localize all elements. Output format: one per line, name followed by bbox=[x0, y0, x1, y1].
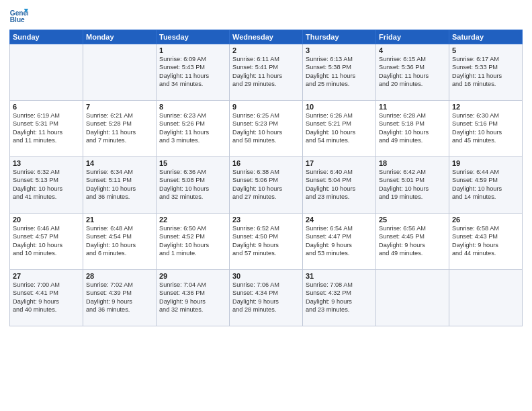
calendar-cell: 7Sunrise: 6:21 AM Sunset: 5:28 PM Daylig… bbox=[83, 101, 157, 157]
calendar-cell: 6Sunrise: 6:19 AM Sunset: 5:31 PM Daylig… bbox=[10, 101, 83, 157]
weekday-label: Tuesday bbox=[157, 30, 230, 44]
calendar-cell: 3Sunrise: 6:13 AM Sunset: 5:38 PM Daylig… bbox=[303, 44, 376, 101]
weekday-label: Monday bbox=[83, 30, 157, 44]
calendar-cell: 30Sunrise: 7:06 AM Sunset: 4:34 PM Dayli… bbox=[230, 270, 303, 326]
calendar-cell: 28Sunrise: 7:02 AM Sunset: 4:39 PM Dayli… bbox=[83, 270, 157, 326]
day-info: Sunrise: 6:26 AM Sunset: 5:21 PM Dayligh… bbox=[306, 111, 373, 145]
calendar-cell: 21Sunrise: 6:48 AM Sunset: 4:54 PM Dayli… bbox=[83, 214, 157, 270]
weekday-label: Saturday bbox=[449, 30, 523, 44]
day-info: Sunrise: 6:34 AM Sunset: 5:11 PM Dayligh… bbox=[86, 168, 153, 201]
day-info: Sunrise: 6:15 AM Sunset: 5:36 PM Dayligh… bbox=[379, 55, 446, 89]
logo: General Blue bbox=[9, 7, 28, 26]
day-info: Sunrise: 7:08 AM Sunset: 4:32 PM Dayligh… bbox=[306, 281, 373, 314]
day-info: Sunrise: 7:04 AM Sunset: 4:36 PM Dayligh… bbox=[159, 281, 226, 314]
day-number: 25 bbox=[379, 216, 446, 224]
day-info: Sunrise: 6:25 AM Sunset: 5:23 PM Dayligh… bbox=[232, 111, 300, 145]
calendar-cell bbox=[376, 270, 449, 326]
calendar-cell: 29Sunrise: 7:04 AM Sunset: 4:36 PM Dayli… bbox=[157, 270, 230, 326]
day-info: Sunrise: 6:46 AM Sunset: 4:57 PM Dayligh… bbox=[13, 224, 80, 258]
day-info: Sunrise: 6:50 AM Sunset: 4:52 PM Dayligh… bbox=[159, 224, 226, 258]
calendar-week-row: 6Sunrise: 6:19 AM Sunset: 5:31 PM Daylig… bbox=[10, 101, 523, 157]
day-number: 31 bbox=[306, 272, 373, 280]
svg-text:Blue: Blue bbox=[10, 16, 25, 24]
day-info: Sunrise: 7:02 AM Sunset: 4:39 PM Dayligh… bbox=[86, 281, 153, 314]
calendar-body: 1Sunrise: 6:09 AM Sunset: 5:43 PM Daylig… bbox=[10, 44, 523, 326]
weekday-label: Thursday bbox=[303, 30, 376, 44]
day-number: 17 bbox=[306, 159, 373, 167]
day-number: 1 bbox=[159, 46, 226, 54]
calendar-week-row: 1Sunrise: 6:09 AM Sunset: 5:43 PM Daylig… bbox=[10, 44, 523, 101]
calendar-cell: 5Sunrise: 6:17 AM Sunset: 5:33 PM Daylig… bbox=[449, 44, 523, 101]
day-info: Sunrise: 6:19 AM Sunset: 5:31 PM Dayligh… bbox=[13, 111, 80, 145]
day-number: 23 bbox=[232, 216, 300, 224]
day-number: 12 bbox=[452, 103, 519, 111]
calendar-cell: 16Sunrise: 6:38 AM Sunset: 5:06 PM Dayli… bbox=[230, 157, 303, 214]
day-info: Sunrise: 6:38 AM Sunset: 5:06 PM Dayligh… bbox=[232, 168, 300, 201]
calendar-table: SundayMondayTuesdayWednesdayThursdayFrid… bbox=[9, 30, 523, 326]
calendar-cell: 15Sunrise: 6:36 AM Sunset: 5:08 PM Dayli… bbox=[157, 157, 230, 214]
calendar-week-row: 13Sunrise: 6:32 AM Sunset: 5:13 PM Dayli… bbox=[10, 157, 523, 214]
calendar-cell bbox=[10, 44, 83, 101]
day-info: Sunrise: 6:17 AM Sunset: 5:33 PM Dayligh… bbox=[452, 55, 519, 89]
calendar-cell: 17Sunrise: 6:40 AM Sunset: 5:04 PM Dayli… bbox=[303, 157, 376, 214]
day-number: 2 bbox=[232, 46, 300, 54]
weekday-header-row: SundayMondayTuesdayWednesdayThursdayFrid… bbox=[10, 30, 523, 44]
day-info: Sunrise: 6:48 AM Sunset: 4:54 PM Dayligh… bbox=[86, 224, 153, 258]
day-number: 24 bbox=[306, 216, 373, 224]
day-number: 21 bbox=[86, 216, 153, 224]
day-number: 6 bbox=[13, 103, 80, 111]
day-info: Sunrise: 6:32 AM Sunset: 5:13 PM Dayligh… bbox=[13, 168, 80, 201]
day-number: 7 bbox=[86, 103, 153, 111]
day-info: Sunrise: 7:06 AM Sunset: 4:34 PM Dayligh… bbox=[232, 281, 300, 314]
calendar-week-row: 27Sunrise: 7:00 AM Sunset: 4:41 PM Dayli… bbox=[10, 270, 523, 326]
day-info: Sunrise: 6:58 AM Sunset: 4:43 PM Dayligh… bbox=[452, 224, 519, 258]
calendar-cell: 18Sunrise: 6:42 AM Sunset: 5:01 PM Dayli… bbox=[376, 157, 449, 214]
calendar-cell bbox=[83, 44, 157, 101]
calendar-cell: 27Sunrise: 7:00 AM Sunset: 4:41 PM Dayli… bbox=[10, 270, 83, 326]
day-number: 8 bbox=[159, 103, 226, 111]
calendar-cell: 22Sunrise: 6:50 AM Sunset: 4:52 PM Dayli… bbox=[157, 214, 230, 270]
calendar-cell: 20Sunrise: 6:46 AM Sunset: 4:57 PM Dayli… bbox=[10, 214, 83, 270]
day-info: Sunrise: 6:42 AM Sunset: 5:01 PM Dayligh… bbox=[379, 168, 446, 201]
calendar-cell: 31Sunrise: 7:08 AM Sunset: 4:32 PM Dayli… bbox=[303, 270, 376, 326]
calendar-cell: 4Sunrise: 6:15 AM Sunset: 5:36 PM Daylig… bbox=[376, 44, 449, 101]
day-number: 10 bbox=[306, 103, 373, 111]
day-info: Sunrise: 6:44 AM Sunset: 4:59 PM Dayligh… bbox=[452, 168, 519, 201]
day-number: 26 bbox=[452, 216, 519, 224]
logo-icon: General Blue bbox=[9, 7, 28, 26]
day-number: 30 bbox=[232, 272, 300, 280]
day-number: 18 bbox=[379, 159, 446, 167]
calendar-cell: 19Sunrise: 6:44 AM Sunset: 4:59 PM Dayli… bbox=[449, 157, 523, 214]
day-number: 13 bbox=[13, 159, 80, 167]
calendar-cell: 13Sunrise: 6:32 AM Sunset: 5:13 PM Dayli… bbox=[10, 157, 83, 214]
day-info: Sunrise: 6:36 AM Sunset: 5:08 PM Dayligh… bbox=[159, 168, 226, 201]
day-number: 27 bbox=[13, 272, 80, 280]
day-info: Sunrise: 7:00 AM Sunset: 4:41 PM Dayligh… bbox=[13, 281, 80, 314]
calendar-cell: 10Sunrise: 6:26 AM Sunset: 5:21 PM Dayli… bbox=[303, 101, 376, 157]
calendar-cell: 23Sunrise: 6:52 AM Sunset: 4:50 PM Dayli… bbox=[230, 214, 303, 270]
calendar-cell: 24Sunrise: 6:54 AM Sunset: 4:47 PM Dayli… bbox=[303, 214, 376, 270]
calendar-cell: 11Sunrise: 6:28 AM Sunset: 5:18 PM Dayli… bbox=[376, 101, 449, 157]
day-number: 15 bbox=[159, 159, 226, 167]
calendar-cell bbox=[449, 270, 523, 326]
day-number: 5 bbox=[452, 46, 519, 54]
day-number: 11 bbox=[379, 103, 446, 111]
day-info: Sunrise: 6:11 AM Sunset: 5:41 PM Dayligh… bbox=[232, 55, 300, 89]
day-info: Sunrise: 6:56 AM Sunset: 4:45 PM Dayligh… bbox=[379, 224, 446, 258]
day-number: 16 bbox=[232, 159, 300, 167]
day-number: 19 bbox=[452, 159, 519, 167]
weekday-label: Friday bbox=[376, 30, 449, 44]
day-info: Sunrise: 6:23 AM Sunset: 5:26 PM Dayligh… bbox=[159, 111, 226, 145]
weekday-label: Sunday bbox=[10, 30, 83, 44]
day-number: 3 bbox=[306, 46, 373, 54]
day-info: Sunrise: 6:30 AM Sunset: 5:16 PM Dayligh… bbox=[452, 111, 519, 145]
day-number: 29 bbox=[159, 272, 226, 280]
calendar-cell: 1Sunrise: 6:09 AM Sunset: 5:43 PM Daylig… bbox=[157, 44, 230, 101]
day-info: Sunrise: 6:52 AM Sunset: 4:50 PM Dayligh… bbox=[232, 224, 300, 258]
day-info: Sunrise: 6:13 AM Sunset: 5:38 PM Dayligh… bbox=[306, 55, 373, 89]
calendar-cell: 26Sunrise: 6:58 AM Sunset: 4:43 PM Dayli… bbox=[449, 214, 523, 270]
day-number: 14 bbox=[86, 159, 153, 167]
day-info: Sunrise: 6:40 AM Sunset: 5:04 PM Dayligh… bbox=[306, 168, 373, 201]
day-info: Sunrise: 6:54 AM Sunset: 4:47 PM Dayligh… bbox=[306, 224, 373, 258]
page-header: General Blue bbox=[9, 7, 523, 26]
